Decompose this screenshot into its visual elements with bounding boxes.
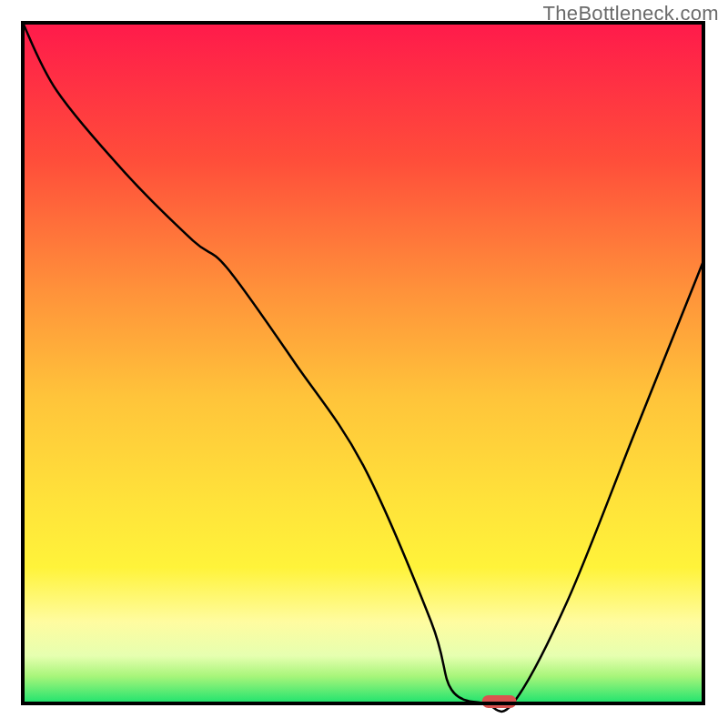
watermark-text: TheBottleneck.com [543, 2, 719, 25]
chart-stage: TheBottleneck.com [0, 0, 728, 728]
plot-background [23, 23, 703, 703]
bottleneck-chart [0, 0, 728, 728]
